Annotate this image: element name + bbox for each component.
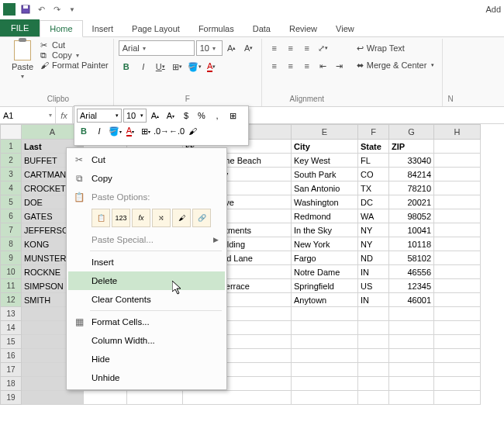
cell-E17[interactable] xyxy=(292,363,358,377)
cell-E10[interactable]: Notre Dame xyxy=(292,265,358,279)
align-top-icon[interactable]: ≡ xyxy=(267,40,282,56)
cell-H11[interactable] xyxy=(434,279,481,293)
cell-H16[interactable] xyxy=(434,349,481,363)
cell-G14[interactable] xyxy=(389,321,434,335)
cell-G16[interactable] xyxy=(389,349,434,363)
name-box[interactable]: A1▾ xyxy=(0,107,56,123)
cell-F1[interactable]: State xyxy=(358,140,389,154)
bold-button[interactable]: B xyxy=(119,59,134,74)
row-header-11[interactable]: 11 xyxy=(0,279,22,293)
cell-F14[interactable] xyxy=(358,321,389,335)
cell-E7[interactable]: In the Sky xyxy=(292,223,358,237)
cell-G18[interactable] xyxy=(389,377,434,391)
decrease-font-icon[interactable]: A▾ xyxy=(241,40,257,56)
tab-insert[interactable]: Insert xyxy=(83,21,123,36)
cell-H3[interactable] xyxy=(434,168,481,181)
row-header-13[interactable]: 13 xyxy=(0,307,22,321)
cell-H17[interactable] xyxy=(434,363,481,377)
row-header-14[interactable]: 14 xyxy=(0,321,22,335)
align-right-icon[interactable]: ≡ xyxy=(299,58,315,74)
cell-E16[interactable] xyxy=(292,349,358,363)
cm-copy[interactable]: ⧉Copy xyxy=(68,169,225,188)
row-header-8[interactable]: 8 xyxy=(0,237,22,251)
mini-bold-button[interactable]: B xyxy=(77,124,91,138)
borders-button[interactable]: ⊞▾ xyxy=(170,59,185,74)
cell-G12[interactable]: 46001 xyxy=(389,293,434,307)
save-icon[interactable] xyxy=(20,4,31,15)
mini-size-combo[interactable]: 10▾ xyxy=(123,109,147,123)
cell-F3[interactable]: CO xyxy=(358,168,389,181)
cm-delete[interactable]: Delete xyxy=(68,271,225,290)
align-center-icon[interactable]: ≡ xyxy=(283,58,299,74)
cm-hide[interactable]: Hide xyxy=(68,350,225,368)
cell-G15[interactable] xyxy=(389,335,434,349)
paste-option-values[interactable]: 123 xyxy=(112,209,130,227)
cell-E11[interactable]: Springfield xyxy=(292,279,358,293)
align-left-icon[interactable]: ≡ xyxy=(267,58,282,74)
mini-font-combo[interactable]: Arial▾ xyxy=(77,109,122,123)
chevron-down-icon[interactable]: ▾ xyxy=(49,112,52,119)
cell-F8[interactable]: NY xyxy=(358,237,389,251)
cell-H18[interactable] xyxy=(434,377,481,391)
cell-E2[interactable]: Key West xyxy=(292,154,358,168)
cell-H7[interactable] xyxy=(434,223,481,237)
select-all-corner[interactable] xyxy=(0,124,22,140)
cell-F4[interactable]: TX xyxy=(358,181,389,195)
col-header-H[interactable]: H xyxy=(434,124,481,140)
cm-format-cells[interactable]: ▦Format Cells... xyxy=(68,313,225,331)
increase-indent-icon[interactable]: ⇥ xyxy=(332,58,347,74)
qat-dropdown-icon[interactable]: ▼ xyxy=(67,4,78,15)
row-header-17[interactable]: 17 xyxy=(0,363,22,377)
tab-view[interactable]: View xyxy=(326,21,364,36)
cell-F9[interactable]: ND xyxy=(358,251,389,265)
paste-option-formatting[interactable]: 🖌 xyxy=(172,209,191,227)
cell-H12[interactable] xyxy=(434,293,481,307)
cm-column-width[interactable]: Column Width... xyxy=(68,331,225,350)
cell-F5[interactable]: DC xyxy=(358,195,389,209)
cell-E6[interactable]: Redmond xyxy=(292,209,358,223)
col-header-E[interactable]: E xyxy=(292,124,358,140)
redo-icon[interactable]: ↷ xyxy=(51,4,62,15)
format-painter-button[interactable]: 🖌Format Painter xyxy=(40,60,109,70)
col-header-G[interactable]: G xyxy=(389,124,434,140)
cell-E15[interactable] xyxy=(292,335,358,349)
increase-font-icon[interactable]: A▴ xyxy=(224,40,240,56)
cell-D19[interactable] xyxy=(183,391,292,405)
italic-button[interactable]: I xyxy=(136,59,151,74)
mini-comma-icon[interactable]: , xyxy=(210,109,224,123)
cell-E9[interactable]: Fargo xyxy=(292,251,358,265)
cell-G5[interactable]: 20021 xyxy=(389,195,434,209)
tab-home[interactable]: Home xyxy=(40,20,82,37)
row-header-10[interactable]: 10 xyxy=(0,265,22,279)
cell-H6[interactable] xyxy=(434,209,481,223)
cut-button[interactable]: ✂Cut xyxy=(40,40,109,50)
cell-F6[interactable]: WA xyxy=(358,209,389,223)
cell-G13[interactable] xyxy=(389,307,434,321)
cell-G10[interactable]: 46556 xyxy=(389,265,434,279)
cm-unhide[interactable]: Unhide xyxy=(68,368,225,387)
mini-format-painter-icon[interactable]: 🖌 xyxy=(185,124,199,138)
cell-G17[interactable] xyxy=(389,363,434,377)
cell-F18[interactable] xyxy=(358,377,389,391)
cm-paste-special[interactable]: Paste Special...▶ xyxy=(68,230,225,249)
copy-button[interactable]: ⧉Copy▾ xyxy=(40,50,109,60)
cell-F10[interactable]: IN xyxy=(358,265,389,279)
row-header-18[interactable]: 18 xyxy=(0,377,22,391)
row-header-1[interactable]: 1 xyxy=(0,140,22,154)
col-header-F[interactable]: F xyxy=(358,124,389,140)
tab-file[interactable]: FILE xyxy=(0,19,40,36)
cell-G9[interactable]: 58102 xyxy=(389,251,434,265)
font-color-button[interactable]: A▾ xyxy=(204,59,219,74)
cell-G3[interactable]: 84214 xyxy=(389,168,434,181)
fx-icon[interactable]: fx xyxy=(56,107,73,123)
wrap-text-button[interactable]: ↩Wrap Text xyxy=(354,40,438,56)
row-header-4[interactable]: 4 xyxy=(0,181,22,195)
cell-G1[interactable]: ZIP xyxy=(389,140,434,154)
mini-decrease-decimal-icon[interactable]: ←.0 xyxy=(170,124,184,138)
mini-border-dd-icon[interactable]: ⊞▾ xyxy=(139,124,153,138)
cell-H4[interactable] xyxy=(434,181,481,195)
cell-F11[interactable]: US xyxy=(358,279,389,293)
cell-G4[interactable]: 78210 xyxy=(389,181,434,195)
cell-H2[interactable] xyxy=(434,154,481,168)
paste-option-1[interactable]: 📋 xyxy=(91,209,110,227)
